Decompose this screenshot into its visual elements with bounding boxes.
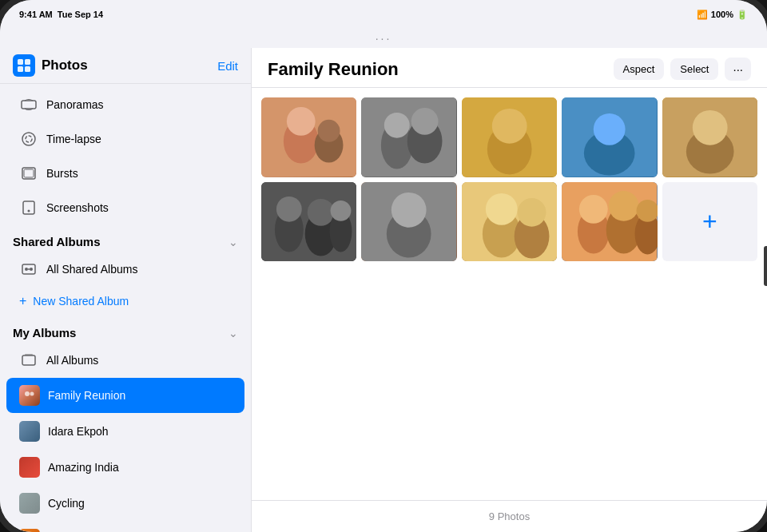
select-button[interactable]: Select <box>670 58 718 80</box>
photo-count: 9 Photos <box>489 510 530 522</box>
sidebar-item-family-reunion[interactable]: Family Reunion <box>6 378 244 413</box>
svg-rect-2 <box>18 66 23 72</box>
photo-4[interactable] <box>562 97 657 177</box>
sidebar-item-idara-ekpoh[interactable]: Idara Ekpoh <box>6 414 244 449</box>
photo-8[interactable] <box>462 182 557 262</box>
idara-ekpoh-thumb <box>19 421 40 442</box>
photos-icon-svg <box>17 58 31 73</box>
sidebar-title: Photos <box>42 58 88 73</box>
main-area: Photos Edit Panoramas <box>0 48 767 532</box>
new-shared-label: New Shared Album <box>33 295 129 308</box>
cycling-thumb <box>19 493 40 514</box>
app-container: ··· Photos <box>0 29 767 532</box>
svg-point-54 <box>579 194 608 223</box>
my-albums-section-header[interactable]: My Albums ⌄ <box>0 316 251 343</box>
device: 9:41 AM Tue Sep 14 📶 100% 🔋 ··· <box>0 0 767 532</box>
svg-rect-14 <box>22 355 35 365</box>
photo-1[interactable] <box>261 97 356 177</box>
svg-point-56 <box>609 190 639 220</box>
svg-point-30 <box>492 109 527 144</box>
all-shared-label: All Shared Albums <box>46 263 137 276</box>
svg-point-39 <box>276 196 302 221</box>
sidebar-list: Panoramas Time-lapse Bursts <box>0 84 251 532</box>
photo-9[interactable] <box>562 182 657 262</box>
photo-2[interactable] <box>361 97 456 177</box>
sidebar-item-bursts[interactable]: Bursts <box>6 157 244 190</box>
sidebar-item-all-albums[interactable]: All Albums <box>6 343 244 377</box>
family-reunion-thumb <box>19 385 40 406</box>
sidebar-item-panoramas[interactable]: Panoramas <box>6 88 244 121</box>
top-handle-dots: ··· <box>376 32 392 45</box>
photo-5[interactable] <box>662 97 757 177</box>
idara-ekpoh-label: Idara Ekpoh <box>48 425 109 438</box>
my-albums-title: My Albums <box>13 326 76 339</box>
svg-point-16 <box>25 391 30 396</box>
svg-point-36 <box>692 110 727 145</box>
timelapse-icon <box>19 129 38 149</box>
sidebar: Photos Edit Panoramas <box>0 48 252 532</box>
svg-rect-3 <box>25 66 30 72</box>
shared-albums-icon <box>19 260 38 279</box>
photos-app-icon <box>13 54 35 77</box>
svg-rect-9 <box>23 201 34 214</box>
photo-row-2: + <box>261 182 757 262</box>
shared-albums-title: Shared Albums <box>13 235 100 248</box>
more-button[interactable]: ··· <box>725 58 751 81</box>
svg-point-6 <box>26 136 32 142</box>
add-photos-cell[interactable]: + <box>662 182 757 262</box>
photo-3[interactable] <box>462 97 557 177</box>
sidebar-item-southwest-adventure[interactable]: Southwest Adventure <box>6 522 244 532</box>
svg-point-20 <box>287 107 316 136</box>
svg-point-22 <box>318 120 340 142</box>
sidebar-item-cycling[interactable]: Cycling <box>6 486 244 521</box>
all-albums-label: All Albums <box>46 354 98 367</box>
svg-point-5 <box>22 133 35 145</box>
svg-rect-1 <box>25 59 30 65</box>
svg-rect-8 <box>24 169 34 177</box>
ellipsis-icon: ··· <box>733 62 743 76</box>
photo-7[interactable] <box>361 182 456 262</box>
svg-point-27 <box>411 108 439 135</box>
sidebar-item-screenshots[interactable]: Screenshots <box>6 191 244 224</box>
add-photos-icon: + <box>702 207 717 236</box>
panorama-icon <box>19 95 38 114</box>
amazing-india-label: Amazing India <box>48 461 119 474</box>
sidebar-item-amazing-india[interactable]: Amazing India <box>6 450 244 485</box>
sidebar-item-timelapse[interactable]: Time-lapse <box>6 122 244 156</box>
content-actions: Aspect Select ··· <box>614 58 751 81</box>
screenshots-label: Screenshots <box>46 201 109 214</box>
svg-point-33 <box>594 113 626 145</box>
photo-grid: + <box>252 88 767 500</box>
date: Tue Sep 14 <box>58 10 103 19</box>
shared-albums-section-header[interactable]: Shared Albums ⌄ <box>0 225 251 252</box>
amazing-india-thumb <box>19 457 40 478</box>
my-albums-chevron-icon: ⌄ <box>229 327 238 339</box>
shared-albums-chevron-icon: ⌄ <box>229 236 238 248</box>
edit-button[interactable]: Edit <box>217 59 238 73</box>
album-title: Family Reunion <box>268 59 399 80</box>
top-handle-bar: ··· <box>0 29 767 48</box>
cycling-label: Cycling <box>48 497 85 510</box>
svg-point-46 <box>391 192 427 227</box>
new-shared-album-button[interactable]: + New Shared Album <box>6 287 244 316</box>
new-shared-plus-icon: + <box>19 294 26 308</box>
svg-point-25 <box>384 113 410 138</box>
panoramas-label: Panoramas <box>46 98 104 111</box>
aspect-button[interactable]: Aspect <box>614 58 665 80</box>
wifi-icon: 📶 <box>697 10 708 20</box>
all-albums-icon <box>19 351 38 370</box>
screenshots-icon <box>19 198 38 217</box>
bursts-label: Bursts <box>46 167 78 180</box>
time: 9:41 AM <box>19 10 53 19</box>
status-bar: 9:41 AM Tue Sep 14 📶 100% 🔋 <box>0 0 767 29</box>
family-reunion-label: Family Reunion <box>48 389 125 402</box>
battery: 100% <box>711 10 733 19</box>
home-button[interactable] <box>764 246 767 286</box>
svg-point-43 <box>331 200 352 220</box>
svg-point-10 <box>28 210 30 212</box>
sidebar-item-all-shared[interactable]: All Shared Albums <box>6 252 244 286</box>
bursts-icon <box>19 164 38 183</box>
photo-row-1 <box>261 97 757 177</box>
photo-6[interactable] <box>261 182 356 262</box>
svg-rect-0 <box>18 59 23 65</box>
